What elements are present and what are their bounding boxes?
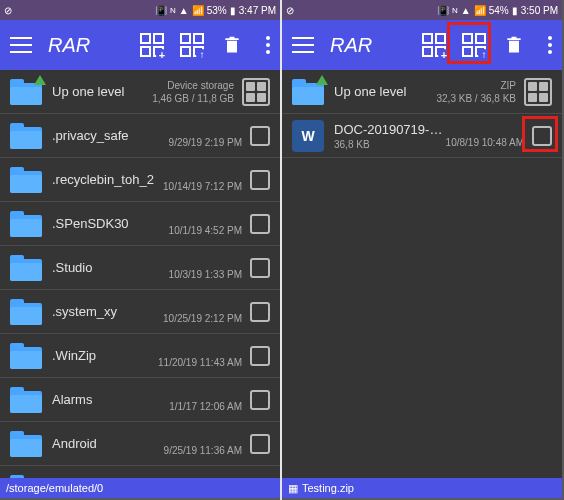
archive-info: ZIP 32,3 KB / 36,8 KB — [437, 79, 517, 105]
vibrate-icon: 📳 — [155, 5, 167, 16]
battery-pct: 54% — [489, 5, 509, 16]
status-bar: ⊘ 📳 N ▲ 📶 54% ▮ 3:50 PM — [282, 0, 562, 20]
folder-icon — [10, 475, 42, 479]
dnd-icon: ⊘ — [286, 5, 294, 16]
folder-icon — [10, 343, 42, 369]
add-archive-button[interactable] — [138, 31, 166, 59]
app-title: RAR — [48, 34, 90, 57]
file-date: 10/8/19 10:48 AM — [446, 123, 524, 149]
file-row[interactable]: W DOC-20190719-WA0000.docx 36,8 KB 10/8/… — [282, 114, 562, 158]
folder-date: 9/25/19 11:36 AM — [164, 431, 242, 457]
folder-row[interactable]: Beauty Circle 9/26/19 1:27 PM — [0, 466, 280, 478]
app-title: RAR — [330, 34, 372, 57]
battery-pct: 53% — [207, 5, 227, 16]
view-toggle-button[interactable] — [524, 78, 552, 106]
signal-icon: 📶 — [474, 5, 486, 16]
folder-name: .recyclebin_toh_2 — [52, 172, 163, 187]
folder-checkbox[interactable] — [250, 390, 270, 410]
signal-icon: 📶 — [192, 5, 204, 16]
folder-row[interactable]: Alarms 1/1/17 12:06 AM — [0, 378, 280, 422]
phone-left: ⊘ 📳 N ▲ 📶 53% ▮ 3:47 PM RAR — [0, 0, 280, 498]
folder-checkbox[interactable] — [250, 302, 270, 322]
menu-button[interactable] — [292, 37, 314, 53]
folder-row[interactable]: .Studio 10/3/19 1:33 PM — [0, 246, 280, 290]
folder-row[interactable]: .system_xy 10/25/19 2:12 PM — [0, 290, 280, 334]
vibrate-icon: 📳 — [437, 5, 449, 16]
folder-icon — [10, 387, 42, 413]
clock: 3:50 PM — [521, 5, 558, 16]
toolbar: RAR — [282, 20, 562, 70]
file-checkbox[interactable] — [532, 126, 552, 146]
clock: 3:47 PM — [239, 5, 276, 16]
folder-icon — [10, 431, 42, 457]
trash-icon — [222, 34, 242, 56]
file-size: 36,8 KB — [334, 139, 446, 150]
path-text: /storage/emulated/0 — [6, 482, 103, 494]
extract-button[interactable] — [460, 31, 488, 59]
toolbar: RAR — [0, 20, 280, 70]
folder-date: 9/29/19 2:19 PM — [169, 123, 242, 149]
folder-checkbox[interactable] — [250, 434, 270, 454]
path-text: Testing.zip — [302, 482, 354, 494]
add-archive-button[interactable] — [420, 31, 448, 59]
wifi-icon: ▲ — [179, 5, 189, 16]
folder-row[interactable]: .WinZip 11/20/19 11:43 AM — [0, 334, 280, 378]
trash-icon — [504, 34, 524, 56]
folder-date: 1/1/17 12:06 AM — [169, 387, 242, 413]
up-one-level-row[interactable]: Up one level Device storage 1,46 GB / 11… — [0, 70, 280, 114]
delete-button[interactable] — [218, 31, 246, 59]
folder-checkbox[interactable] — [250, 170, 270, 190]
folder-date: 10/3/19 1:33 PM — [169, 255, 242, 281]
folder-name: .Studio — [52, 260, 169, 275]
folder-row[interactable]: .recyclebin_toh_2 10/14/19 7:12 PM — [0, 158, 280, 202]
folder-name: .system_xy — [52, 304, 163, 319]
grid-icon: ▦ — [288, 482, 298, 495]
folder-icon — [10, 123, 42, 149]
status-bar: ⊘ 📳 N ▲ 📶 53% ▮ 3:47 PM — [0, 0, 280, 20]
overflow-button[interactable] — [540, 36, 552, 54]
path-bar: ▦ Testing.zip — [282, 478, 562, 498]
extract-button[interactable] — [178, 31, 206, 59]
phone-right: ⊘ 📳 N ▲ 📶 54% ▮ 3:50 PM RAR — [282, 0, 562, 498]
folder-icon — [10, 255, 42, 281]
file-name: DOC-20190719-WA0000.docx — [334, 122, 446, 137]
folder-checkbox[interactable] — [250, 346, 270, 366]
folder-icon — [10, 211, 42, 237]
folder-up-icon — [10, 79, 42, 105]
nfc-icon: N — [452, 6, 458, 15]
folder-row[interactable]: Android 9/25/19 11:36 AM — [0, 422, 280, 466]
folder-checkbox[interactable] — [250, 126, 270, 146]
folder-up-icon — [292, 79, 324, 105]
folder-checkbox[interactable] — [250, 258, 270, 278]
word-doc-icon: W — [292, 120, 324, 152]
folder-name: Alarms — [52, 392, 169, 407]
file-list[interactable]: Up one level Device storage 1,46 GB / 11… — [0, 70, 280, 478]
folder-date: 11/20/19 11:43 AM — [158, 343, 242, 369]
folder-icon — [10, 167, 42, 193]
delete-button[interactable] — [500, 31, 528, 59]
up-one-level-row[interactable]: Up one level ZIP 32,3 KB / 36,8 KB — [282, 70, 562, 114]
file-list[interactable]: Up one level ZIP 32,3 KB / 36,8 KB W DOC… — [282, 70, 562, 478]
folder-row[interactable]: .SPenSDK30 10/1/19 4:52 PM — [0, 202, 280, 246]
wifi-icon: ▲ — [461, 5, 471, 16]
folder-date: 10/25/19 2:12 PM — [163, 299, 242, 325]
folder-name: .SPenSDK30 — [52, 216, 169, 231]
dnd-icon: ⊘ — [4, 5, 12, 16]
path-bar: /storage/emulated/0 — [0, 478, 280, 498]
row-label: Up one level — [334, 84, 437, 99]
folder-name: .WinZip — [52, 348, 158, 363]
battery-icon: ▮ — [512, 5, 518, 16]
storage-info: Device storage 1,46 GB / 11,8 GB — [152, 79, 234, 105]
view-toggle-button[interactable] — [242, 78, 270, 106]
folder-checkbox[interactable] — [250, 214, 270, 234]
row-label: Up one level — [52, 84, 152, 99]
battery-icon: ▮ — [230, 5, 236, 16]
menu-button[interactable] — [10, 37, 32, 53]
folder-icon — [10, 299, 42, 325]
folder-name: Android — [52, 436, 164, 451]
folder-date: 10/1/19 4:52 PM — [169, 211, 242, 237]
nfc-icon: N — [170, 6, 176, 15]
folder-row[interactable]: .privacy_safe 9/29/19 2:19 PM — [0, 114, 280, 158]
folder-date: 10/14/19 7:12 PM — [163, 167, 242, 193]
overflow-button[interactable] — [258, 36, 270, 54]
